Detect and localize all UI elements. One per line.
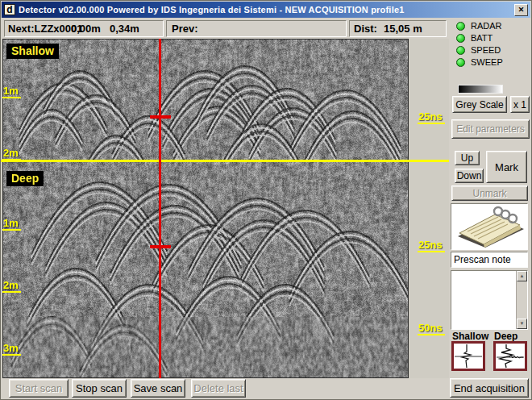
close-button[interactable]: ✕ [514, 4, 528, 16]
down-button[interactable]: Down [455, 169, 484, 183]
delete-last-button[interactable]: Delete last [191, 379, 246, 398]
deep-marker-tick [150, 245, 171, 248]
next-scan-step: 0,34m [110, 23, 139, 35]
shallow-marker-tick [150, 115, 171, 119]
notes-scrollbar[interactable]: ▲ ▼ [516, 271, 527, 329]
wave-deep-label: Deep [494, 331, 517, 342]
greyscale-gradient-icon [458, 85, 503, 94]
radar-led-icon [456, 22, 465, 31]
section-divider-line [1, 160, 449, 162]
end-acquisition-button[interactable]: End acquisition [450, 378, 529, 398]
sweep-led-icon [456, 58, 465, 67]
scan-position-crosshair [159, 39, 161, 378]
prev-scan-panel: Prev: [166, 20, 347, 37]
speed-led-label: SPEED [471, 45, 501, 55]
deep-time-mark-50ns: 50ns [418, 322, 445, 335]
shallow-waveform-icon [454, 344, 483, 369]
up-button[interactable]: Up [455, 151, 480, 165]
deep-time-mark-25ns: 25ns [418, 239, 445, 252]
mark-button[interactable]: Mark [486, 151, 527, 183]
radar-led-label: RADAR [471, 21, 502, 31]
deep-waveform-icon [496, 344, 525, 369]
wave-shallow-label: Shallow [452, 331, 488, 342]
sweep-led-label: SWEEP [471, 57, 503, 67]
unmark-button[interactable]: Unmark [451, 185, 528, 201]
deep-depth-mark-3m: 3m [2, 342, 21, 356]
deep-waveform-thumbnail[interactable] [493, 341, 527, 371]
batt-led-icon [456, 34, 465, 43]
shallow-waveform-thumbnail[interactable] [451, 341, 485, 371]
notebook-icon [451, 204, 527, 249]
radar-display: Shallow Deep 1m 2m 1m 2m 3m 25ns 25ns 50… [1, 39, 449, 378]
shallow-time-mark-25ns: 25ns [418, 110, 445, 124]
window-title: Detector v02.00.000 Powered by IDS Ingeg… [19, 5, 514, 15]
prev-scan-label: Prev: [172, 23, 198, 35]
led-row-radar: RADAR [456, 21, 502, 31]
shallow-depth-mark-2m: 2m [2, 147, 21, 160]
start-scan-button[interactable]: Start scan [9, 379, 69, 398]
led-row-sweep: SWEEP [456, 57, 503, 67]
distance-value: 15,05 m [384, 23, 422, 35]
scroll-up-icon[interactable]: ▲ [517, 271, 527, 281]
app-window: d Detector v02.00.000 Powered by IDS Ing… [0, 0, 532, 400]
stop-scan-button[interactable]: Stop scan [72, 379, 127, 398]
gain-x1-button[interactable]: x 1 [510, 96, 530, 113]
title-bar: d Detector v02.00.000 Powered by IDS Ing… [2, 2, 530, 18]
scroll-down-icon[interactable]: ▼ [517, 319, 527, 329]
info-bar: Next:LZZx0001 0,00m 0,34m Prev: Dist: 15… [1, 18, 449, 40]
deep-depth-mark-1m: 1m [2, 217, 21, 231]
distance-panel: Dist: 15,05 m [349, 20, 447, 37]
led-row-speed: SPEED [456, 45, 501, 55]
prescan-note-label: Prescan note [451, 252, 528, 268]
deep-section-label: Deep [6, 171, 44, 186]
next-scan-panel: Next:LZZx0001 0,00m 0,34m [4, 20, 164, 37]
edit-parameters-button[interactable]: Edit parameters [451, 119, 530, 139]
app-icon: d [4, 4, 15, 15]
led-row-batt: BATT [456, 33, 493, 43]
speed-led-icon [456, 46, 465, 55]
prescan-note-image-box[interactable] [451, 203, 528, 250]
notes-text-area[interactable]: ▲ ▼ [451, 270, 528, 330]
next-scan-pos: 0,00m [71, 23, 101, 35]
shallow-section-label: Shallow [6, 44, 59, 59]
batt-led-label: BATT [471, 33, 493, 43]
shallow-depth-mark-1m: 1m [2, 85, 21, 98]
save-scan-button[interactable]: Save scan [131, 379, 185, 398]
distance-label: Dist: [354, 23, 377, 35]
radargram-canvas[interactable] [1, 39, 449, 378]
grey-scale-button[interactable]: Grey Scale [452, 96, 507, 113]
deep-depth-mark-2m: 2m [2, 279, 21, 293]
